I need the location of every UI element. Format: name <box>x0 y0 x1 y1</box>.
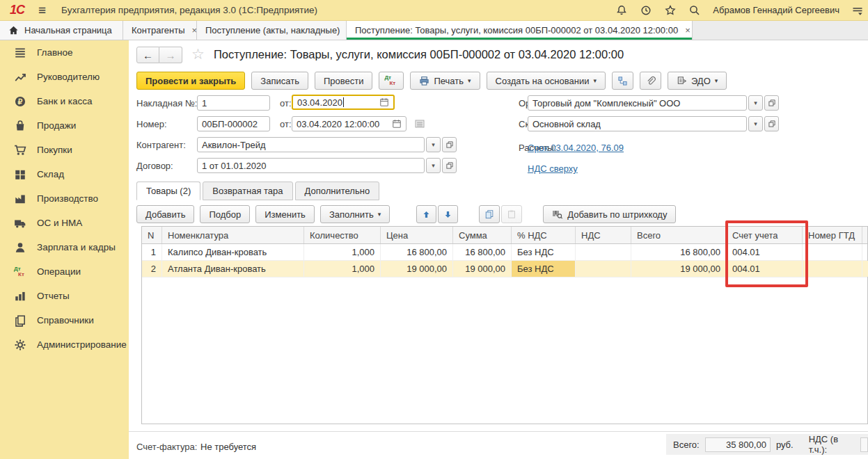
table-row[interactable]: 1 Калипсо Диван-кровать 1,000 16 800,00 … <box>142 244 867 261</box>
sidebar-item-label: Зарплата и кадры <box>37 242 116 252</box>
related-documents-button[interactable] <box>612 72 633 90</box>
move-row-up-button[interactable] <box>416 205 436 223</box>
tab-close-icon[interactable]: × <box>685 25 691 35</box>
col-total[interactable]: Всего <box>631 227 727 243</box>
tab-returnable-packaging[interactable]: Возвратная тара <box>203 182 292 200</box>
sidebar-item-fixed-assets[interactable]: ОС и НМА <box>0 211 129 235</box>
tab-goods[interactable]: Товары (2) <box>136 182 200 200</box>
calendar-icon[interactable] <box>379 97 389 107</box>
add-by-barcode-button[interactable]: Добавить по штрихкоду <box>543 205 676 223</box>
vat-mode-link[interactable]: НДС сверху <box>528 163 578 174</box>
list-icon[interactable] <box>414 118 425 129</box>
chevron-down-icon: ▾ <box>468 77 471 84</box>
goods-table: N Номенклатура Количество Цена Сумма % Н… <box>141 226 868 424</box>
paste-row-button[interactable] <box>501 205 522 223</box>
fill-button[interactable]: Заполнить▾ <box>320 205 390 223</box>
show-postings-button[interactable]: ДтКт <box>379 72 404 90</box>
save-button[interactable]: Записать <box>251 72 308 90</box>
invoice-facture-value[interactable]: Не требуется <box>200 442 256 452</box>
sidebar-item-warehouse[interactable]: Склад <box>0 162 129 186</box>
edo-button[interactable]: ЭДО ▾ <box>668 72 727 90</box>
move-row-down-button[interactable] <box>438 205 458 223</box>
invoice-date-input[interactable]: 03.04.2020 <box>292 95 395 110</box>
col-quantity[interactable]: Количество <box>304 227 381 243</box>
invoice-number-input[interactable]: 1 <box>197 95 270 111</box>
col-n[interactable]: N <box>142 227 162 243</box>
tab-home[interactable]: Начальная страница <box>0 21 123 40</box>
col-sum[interactable]: Сумма <box>453 227 512 243</box>
tab-close-icon[interactable]: × <box>192 25 197 35</box>
invoice-date-label: от: <box>280 98 292 108</box>
notifications-bell-icon[interactable] <box>615 4 628 17</box>
organization-open-button[interactable] <box>764 95 779 111</box>
contract-dropdown-button[interactable]: ▾ <box>426 158 441 173</box>
warehouse-dropdown-button[interactable]: ▾ <box>748 116 763 131</box>
col-extra[interactable]: С <box>862 227 868 243</box>
sidebar-item-salary-hr[interactable]: Зарплата и кадры <box>0 235 129 259</box>
favorites-star-icon[interactable] <box>664 4 677 17</box>
chevron-down-icon: ▾ <box>593 77 597 84</box>
sidebar-item-bank-cash[interactable]: ₽ Банк и касса <box>0 89 129 113</box>
sidebar-item-operations[interactable]: ДтКт Операции <box>0 259 129 284</box>
calendar-icon[interactable] <box>392 119 402 129</box>
footer-separator <box>129 431 868 432</box>
organization-input[interactable]: Торговый дом "Комплексный" ООО <box>528 95 747 111</box>
history-icon[interactable] <box>640 4 652 17</box>
back-button[interactable]: ← <box>136 47 159 63</box>
col-vat-rate[interactable]: % НДС <box>512 227 576 243</box>
post-and-close-button[interactable]: Провести и закрыть <box>136 72 245 90</box>
counterparty-input[interactable]: Аквилон-Трейд <box>197 137 425 152</box>
document-form: ← → ☆ Поступление: Товары, услуги, комис… <box>129 40 868 459</box>
document-number-input[interactable]: 00БП-000002 <box>197 116 270 131</box>
contract-input[interactable]: 1 от 01.01.2020 <box>197 158 425 173</box>
copy-row-button[interactable] <box>479 205 500 223</box>
print-button[interactable]: Печать ▾ <box>410 72 480 90</box>
search-icon[interactable] <box>688 4 701 17</box>
tab-receipt-document[interactable]: Поступление: Товары, услуги, комиссия 00… <box>347 21 693 40</box>
sidebar-item-directories[interactable]: Справочники <box>0 308 129 332</box>
post-button[interactable]: Провести <box>315 72 373 90</box>
table-row-selected[interactable]: 2 Атланта Диван-кровать 1,000 19 000,00 … <box>142 261 867 277</box>
main-menu-icon[interactable]: ≡ <box>38 3 46 17</box>
pick-button[interactable]: Подбор <box>200 205 250 223</box>
tab-counterparties[interactable]: Контрагенты × <box>123 21 197 40</box>
sidebar-item-sales[interactable]: Продажи <box>0 113 129 138</box>
counterparty-open-button[interactable] <box>442 137 457 152</box>
col-vat[interactable]: НДС <box>576 227 631 243</box>
col-price[interactable]: Цена <box>381 227 453 243</box>
totals-panel: Всего: 35 800,00 руб. НДС (в т.ч.): <box>666 434 868 455</box>
sidebar-item-label: Главное <box>37 47 73 58</box>
sidebar-item-administration[interactable]: Администрирование <box>0 332 129 357</box>
attachments-button[interactable] <box>640 72 661 90</box>
create-based-on-button[interactable]: Создать на основании ▾ <box>487 72 606 90</box>
sidebar-item-manager[interactable]: Руководителю <box>0 65 129 89</box>
settlements-link[interactable]: Срок 03.04.2020, 76.09 <box>528 143 624 153</box>
sidebar-item-label: Руководителю <box>37 72 100 82</box>
forward-button[interactable]: → <box>159 47 182 63</box>
organization-dropdown-button[interactable]: ▾ <box>748 95 763 111</box>
sidebar-item-purchases[interactable]: Покупки <box>0 138 129 162</box>
tab-additional[interactable]: Дополнительно <box>295 182 380 200</box>
contract-open-button[interactable] <box>442 158 457 173</box>
edit-button[interactable]: Изменить <box>255 205 315 223</box>
sidebar-item-label: Справочники <box>37 315 94 325</box>
tab-receipts-list[interactable]: Поступление (акты, накладные) × <box>197 21 347 40</box>
add-row-button[interactable]: Добавить <box>136 205 194 223</box>
current-user-name[interactable]: Абрамов Геннадий Сергеевич <box>713 5 839 15</box>
warehouse-input[interactable]: Основной склад <box>528 116 747 131</box>
col-nomenclature[interactable]: Номенклатура <box>162 227 304 243</box>
dtkt-icon: ДтКт <box>384 75 398 86</box>
favorite-star-icon[interactable]: ☆ <box>191 46 205 63</box>
document-date-input[interactable]: 03.04.2020 12:00:00 <box>292 116 407 131</box>
col-gtd-number[interactable]: Номер ГТД <box>803 227 862 243</box>
service-menu-icon[interactable] <box>851 4 864 17</box>
sidebar-item-reports[interactable]: Отчеты <box>0 284 129 308</box>
sidebar-item-production[interactable]: Производство <box>0 186 129 211</box>
edo-icon <box>677 76 687 86</box>
col-account[interactable]: Счет учета <box>727 227 803 243</box>
counterparty-dropdown-button[interactable]: ▾ <box>426 137 441 152</box>
sidebar-item-main[interactable]: Главное <box>0 40 129 65</box>
table-toolbar: Добавить Подбор Изменить Заполнить▾ <box>136 205 676 223</box>
sidebar-item-label: Отчеты <box>37 291 70 301</box>
warehouse-open-button[interactable] <box>764 116 779 131</box>
